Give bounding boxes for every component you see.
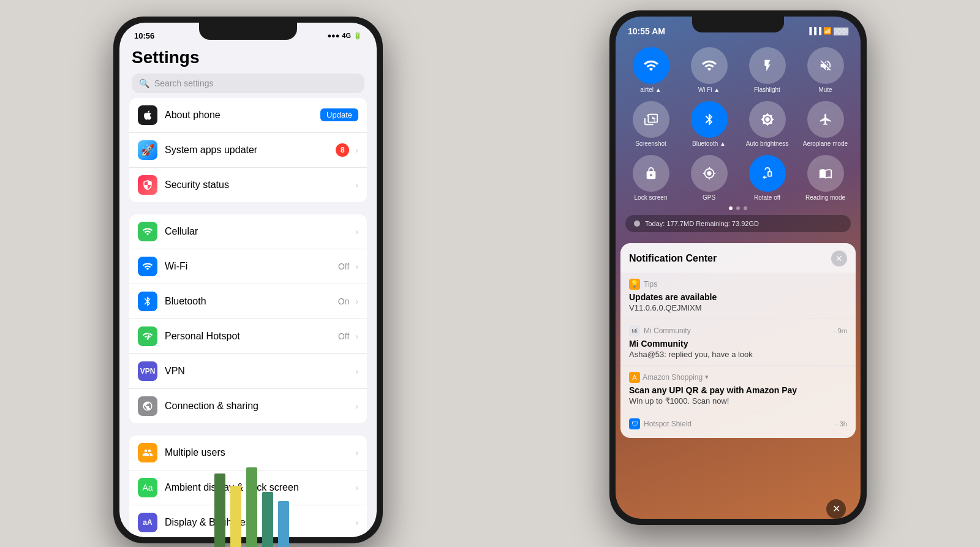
amazon-notification-title: Scan any UPI QR & pay with Amazon Pay: [629, 385, 847, 395]
pencil-4: [262, 492, 273, 547]
cc-wifi-label: Wi Fi ▲: [698, 86, 720, 94]
cc-bluetooth-circle: [691, 101, 728, 138]
settings-item-wifi[interactable]: Wi-Fi Off ›: [129, 249, 367, 284]
ambient-icon: Aa: [138, 478, 157, 497]
search-bar[interactable]: 🔍 Search settings: [132, 74, 364, 93]
nc-notification-hotspot[interactable]: 🛡 Hotspot Shield · 3h: [620, 412, 856, 438]
pencils-decoration: [214, 467, 289, 547]
security-icon: [138, 175, 157, 195]
tips-notification-title: Updates are available: [629, 292, 847, 302]
nc-notification-mi[interactable]: Mi Mi Community · 9m Mi Community Asha@5…: [620, 319, 856, 366]
search-icon: 🔍: [139, 78, 149, 88]
cc-mute-label: Mute: [818, 86, 832, 94]
about-icon: [138, 105, 157, 125]
settings-item-cellular[interactable]: Cellular ›: [129, 214, 367, 249]
nc-title: Notification Center: [629, 253, 717, 264]
left-phone-notch: [199, 23, 297, 40]
system-apps-badge: 8: [336, 143, 349, 157]
notification-center: Notification Center ✕ 💡 Tips Updates are…: [620, 243, 856, 514]
cc-wifi-btn[interactable]: Wi Fi ▲: [684, 47, 734, 94]
nc-notification-tips[interactable]: 💡 Tips Updates are available V11.0.6.0.Q…: [620, 273, 856, 319]
mi-notification-body: Asha@53: replied you, have a look: [629, 350, 847, 359]
display-right: ›: [353, 518, 358, 527]
nc-header: Notification Center ✕: [620, 243, 856, 273]
cc-gps-btn[interactable]: GPS: [684, 155, 734, 202]
cc-dot-2: [736, 206, 740, 210]
cc-dot-3: [744, 206, 747, 210]
security-label: Security status: [165, 179, 345, 191]
cc-page-dots: [625, 206, 851, 210]
cc-bluetooth-btn[interactable]: Bluetooth ▲: [684, 101, 734, 148]
cc-auto-brightness-label: Auto brightness: [746, 140, 789, 148]
amazon-notification-body: Win up to ₹1000. Scan now!: [629, 396, 847, 406]
cc-screenshot-label: Screenshot: [635, 140, 666, 148]
cc-wifi-circle: [691, 47, 728, 84]
settings-item-connection[interactable]: Connection & sharing ›: [129, 389, 367, 423]
hotspot-value: Off: [338, 331, 349, 341]
amazon-app-name: Amazon Shopping: [643, 373, 703, 382]
settings-item-users[interactable]: Multiple users ›: [129, 436, 367, 470]
network-icon: 4G: [342, 32, 351, 39]
system-apps-icon: 🚀: [138, 140, 157, 160]
system-apps-right: 8 ›: [336, 143, 358, 157]
nc-app-row-mi: Mi Mi Community · 9m: [629, 325, 847, 336]
settings-item-bluetooth[interactable]: Bluetooth On ›: [129, 284, 367, 319]
ambient-right: ›: [353, 483, 358, 492]
nc-app-row-amazon: A Amazon Shopping ▾: [629, 372, 847, 383]
settings-item-about[interactable]: About phone Update: [129, 98, 367, 133]
cc-airtel-btn[interactable]: airtel ▲: [625, 47, 676, 94]
cc-gps-label: GPS: [703, 194, 715, 202]
settings-group-top: About phone Update 🚀 System apps updater…: [129, 98, 367, 202]
bluetooth-right: On ›: [338, 296, 358, 306]
connection-icon: [138, 396, 157, 416]
cc-grid: airtel ▲ Wi Fi ▲ Flashlight: [625, 47, 851, 202]
cc-screenshot-btn[interactable]: Screenshot: [625, 101, 676, 148]
settings-group-network: Cellular › Wi-Fi Off ›: [129, 214, 367, 423]
settings-item-vpn[interactable]: VPN VPN ›: [129, 354, 367, 389]
cc-rotate-label: Rotate off: [754, 194, 780, 202]
pencil-1: [214, 473, 225, 547]
mi-time: · 9m: [834, 327, 847, 334]
nc-close-button[interactable]: ✕: [831, 251, 847, 266]
pencil-5: [278, 501, 289, 547]
left-status-icons: ●●● 4G 🔋: [327, 32, 362, 40]
bluetooth-label: Bluetooth: [165, 296, 331, 307]
data-usage-text: Today: 177.7MD Remaining: 73.92GD: [645, 220, 759, 227]
cc-dot-1: [729, 206, 733, 210]
cc-auto-brightness-btn[interactable]: Auto brightness: [742, 101, 793, 148]
search-placeholder: Search settings: [154, 78, 214, 88]
about-label: About phone: [165, 110, 313, 121]
about-right: Update: [320, 108, 358, 121]
cc-flashlight-label: Flashlight: [754, 86, 780, 94]
update-badge: Update: [320, 108, 358, 121]
cellular-icon: [138, 222, 157, 241]
cc-aeroplane-btn[interactable]: Aeroplane mode: [800, 101, 851, 148]
data-usage-bar: Today: 177.7MD Remaining: 73.92GD: [625, 215, 851, 232]
mi-app-icon: Mi: [629, 325, 640, 336]
vpn-right: ›: [353, 366, 358, 376]
cc-rotate-btn[interactable]: Rotate off: [742, 155, 793, 202]
tips-app-name: Tips: [644, 280, 657, 289]
security-chevron: ›: [355, 180, 358, 190]
nc-bottom-close-button[interactable]: ✕: [826, 499, 846, 519]
cc-flashlight-btn[interactable]: Flashlight: [742, 47, 793, 94]
display-chevron: ›: [355, 518, 358, 527]
cc-mute-btn[interactable]: Mute: [800, 47, 851, 94]
nc-body: 💡 Tips Updates are available V11.0.6.0.Q…: [620, 273, 856, 438]
control-center: airtel ▲ Wi Fi ▲ Flashlight: [616, 41, 861, 243]
right-phone: 10:55 AM ▐▐▐ 📶 ▓▓▓ airtel ▲: [609, 10, 867, 525]
settings-item-hotspot[interactable]: Personal Hotspot Off ›: [129, 319, 367, 354]
settings-item-system-apps[interactable]: 🚀 System apps updater 8 ›: [129, 133, 367, 168]
vpn-label: VPN: [165, 366, 345, 377]
cc-bluetooth-label: Bluetooth ▲: [692, 140, 726, 148]
settings-header: Settings 🔍 Search settings: [119, 44, 377, 98]
hotspot-icon: [138, 326, 157, 346]
cc-airtel-label: airtel ▲: [640, 86, 661, 94]
hotspot-chevron: ›: [355, 331, 358, 341]
cellular-label: Cellular: [165, 226, 345, 237]
nc-notification-amazon[interactable]: A Amazon Shopping ▾ Scan any UPI QR & pa…: [620, 366, 856, 412]
cc-reading-mode-btn[interactable]: Reading mode: [800, 155, 851, 202]
wifi-chevron: ›: [355, 262, 358, 271]
settings-item-security[interactable]: Security status ›: [129, 168, 367, 202]
cc-lock-screen-btn[interactable]: Lock screen: [625, 155, 676, 202]
